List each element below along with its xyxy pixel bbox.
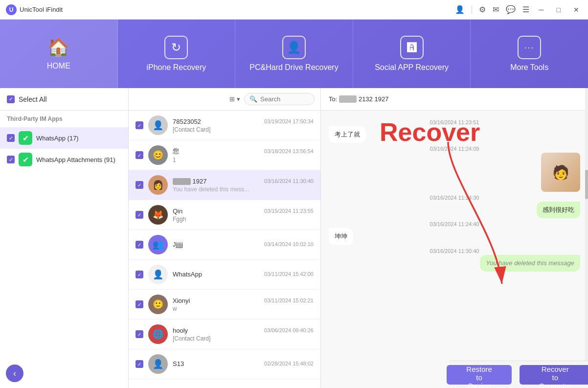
filter-button[interactable]: ⊞ ▾ — [229, 95, 240, 103]
chat-checkbox[interactable]: ✓ — [136, 181, 143, 189]
message-bubble: 感到很好吃 — [537, 202, 580, 218]
message-left: 坤坤 — [329, 228, 580, 245]
chat-info: Jjjjjj 03/14/2024 10:02:10 — [173, 241, 314, 249]
chat-info: WhatsApp 03/11/2024 15:42:00 — [173, 271, 314, 279]
chat-item[interactable]: ✓ 👤 78523052 03/19/2024 17:50:34 [Contac… — [129, 111, 320, 140]
nav-pc-hard-drive[interactable]: 👤 PC&Hard Drive Recovery — [235, 20, 353, 88]
back-button[interactable]: ‹ — [6, 365, 23, 382]
chat-preview: You have deleted this mess... — [173, 186, 314, 193]
message-right-image: 🧑 — [329, 153, 580, 192]
chat-item[interactable]: ✓ 🦊 Qin 03/15/2024 11:23:55 Fggh — [129, 200, 320, 230]
menu-icon[interactable]: ☰ — [522, 5, 529, 14]
select-all-checkbox[interactable]: ✓ — [7, 95, 15, 103]
mail-icon[interactable]: ✉ — [493, 5, 499, 14]
whatsapp-attachments-checkbox[interactable]: ✓ — [7, 156, 15, 163]
chat-name-row: Qin 03/15/2024 11:23:55 — [173, 207, 314, 215]
recipient-name: ■■■ — [339, 95, 357, 103]
sidebar-item-whatsapp[interactable]: ✓ ✔ WhatsApp (17) — [0, 127, 128, 149]
chat-time: 03/18/2024 13:56:54 — [264, 148, 314, 154]
nav-iphone-recovery-label: iPhone Recovery — [146, 63, 206, 72]
more-tools-icon: ··· — [518, 36, 541, 59]
sidebar: ✓ Select All Third-Party IM Apps ✓ ✔ Wha… — [0, 88, 129, 388]
chat-name-row: Xionyi 03/11/2024 15:02:21 — [173, 297, 314, 304]
chat-avatar: 😊 — [148, 145, 168, 165]
chat-avatar: 👥 — [148, 235, 168, 254]
whatsapp-checkbox[interactable]: ✓ — [7, 134, 15, 142]
chat-checkbox[interactable]: ✓ — [136, 211, 143, 219]
chat-time: 03/06/2024 09:40:26 — [264, 327, 314, 333]
chat-info: Qin 03/15/2024 11:23:55 Fggh — [173, 207, 314, 223]
message-timestamp: 03/16/2024 11:30:40 — [329, 248, 580, 254]
select-all-bar: ✓ Select All — [0, 88, 128, 111]
chat-name: Qin — [173, 207, 182, 215]
chat-name-row: Jjjjjj 03/14/2024 10:02:10 — [173, 241, 314, 248]
home-icon: 🏠 — [47, 37, 69, 58]
chat-messages[interactable]: 03/16/2024 11:23:51考上了就03/16/2024 11:24:… — [321, 111, 588, 388]
chat-info: Xionyi 03/11/2024 15:02:21 w — [173, 297, 314, 312]
message-timestamp: 03/16/2024 11:24:09 — [329, 146, 580, 152]
settings-icon[interactable]: ⚙ — [479, 5, 486, 14]
chat-avatar: 👩 — [148, 175, 168, 195]
whatsapp-attachments-label: WhatsApp Attachments (91) — [36, 156, 115, 163]
chat-name-row: S13 02/28/2024 15:48:02 — [173, 360, 314, 367]
chat-avatar: 👤 — [148, 265, 168, 284]
chat-item[interactable]: ✓ 🌐 hooly 03/06/2024 09:40:26 [Contact C… — [129, 320, 320, 349]
app-title: UnicTool iFindit — [20, 6, 63, 13]
profile-icon[interactable]: 👤 — [455, 5, 465, 14]
chat-item[interactable]: ✓ 🙂 Xionyi 03/11/2024 15:02:21 w — [129, 290, 320, 320]
chat-info: 78523052 03/19/2024 17:50:34 [Contact Ca… — [173, 118, 314, 133]
whatsapp-label: WhatsApp (17) — [36, 135, 79, 142]
nav-home[interactable]: 🏠 HOME — [0, 20, 118, 88]
chat-checkbox[interactable]: ✓ — [136, 271, 143, 278]
message-image: 🧑 — [541, 153, 580, 192]
chat-item[interactable]: ✓ 👥 Jjjjjj 03/14/2024 10:02:10 — [129, 230, 320, 260]
chat-preview: Fggh — [173, 216, 314, 223]
message-timestamp: 03/16/2024 11:23:51 — [329, 119, 580, 125]
sidebar-item-whatsapp-attachments[interactable]: ✓ ✔ WhatsApp Attachments (91) — [0, 149, 128, 170]
search-input[interactable] — [260, 95, 309, 103]
nav-social-app-label: Social APP Recovery — [375, 63, 449, 72]
social-app-icon: 🅰 — [400, 36, 424, 59]
chat-preview: 1 — [173, 157, 314, 163]
recover-to-computer-button[interactable]: Recover to Computer — [520, 365, 588, 385]
scrollbar-track[interactable] — [585, 88, 588, 361]
pc-hard-drive-icon: 👤 — [282, 36, 306, 59]
chat-name: WhatsApp — [173, 271, 202, 278]
chat-time: 03/16/2024 11:30:40 — [264, 178, 314, 184]
message-bubble-deleted: You have deleted this message — [480, 255, 580, 272]
search-box[interactable]: 🔍 — [244, 93, 315, 105]
chat-info: 您 03/18/2024 13:56:54 1 — [173, 147, 314, 163]
chat-item[interactable]: ✓ 👤 WhatsApp 03/11/2024 15:42:00 — [129, 260, 320, 290]
recipient-number: 2132 1927 — [359, 95, 388, 103]
chat-detail-header: To: ■■■ 2132 1927 — [321, 88, 588, 111]
nav-iphone-recovery[interactable]: ↻ iPhone Recovery — [118, 20, 236, 88]
maximize-button[interactable]: □ — [554, 5, 564, 15]
chat-checkbox[interactable]: ✓ — [136, 151, 143, 159]
chat-list[interactable]: ⊞ ▾ 🔍 ✓ 👤 78523052 03/19/2024 17:50:34 [… — [129, 88, 321, 388]
chat-checkbox[interactable]: ✓ — [136, 360, 143, 368]
to-label: To: — [329, 95, 337, 103]
chat-checkbox[interactable]: ✓ — [136, 121, 143, 129]
scrollbar-thumb[interactable] — [585, 170, 588, 199]
chat-checkbox[interactable]: ✓ — [136, 300, 143, 308]
message-right: 感到很好吃 — [329, 202, 580, 218]
nav-more-tools[interactable]: ··· More Tools — [471, 20, 588, 88]
chat-time: 03/11/2024 15:42:00 — [264, 271, 314, 277]
chat-item[interactable]: ✓ 👩 ■■■■ 1927 03/16/2024 11:30:40 You ha… — [129, 170, 320, 200]
message-deleted: You have deleted this message — [329, 255, 580, 272]
chat-checkbox[interactable]: ✓ — [136, 241, 143, 249]
chat-checkbox[interactable]: ✓ — [136, 330, 143, 338]
title-bar: U UnicTool iFindit 👤 ⚙ ✉ 💬 ☰ ─ □ ✕ — [0, 0, 588, 20]
nav-social-app[interactable]: 🅰 Social APP Recovery — [353, 20, 471, 88]
minimize-button[interactable]: ─ — [536, 5, 547, 15]
chat-icon[interactable]: 💬 — [506, 5, 516, 14]
filter-label: ▾ — [237, 95, 240, 103]
restore-to-device-button[interactable]: Restore to Device — [447, 365, 512, 385]
chat-item[interactable]: ✓ 😊 您 03/18/2024 13:56:54 1 — [129, 140, 320, 170]
chat-avatar: 🌐 — [148, 324, 168, 344]
close-button[interactable]: ✕ — [570, 5, 582, 15]
chat-item[interactable]: ✓ 👤 S13 02/28/2024 15:48:02 — [129, 349, 320, 379]
messages-container: 03/16/2024 11:23:51考上了就03/16/2024 11:24:… — [329, 116, 580, 272]
chat-name-row: WhatsApp 03/11/2024 15:42:00 — [173, 271, 314, 278]
chat-time: 03/11/2024 15:02:21 — [264, 297, 314, 303]
